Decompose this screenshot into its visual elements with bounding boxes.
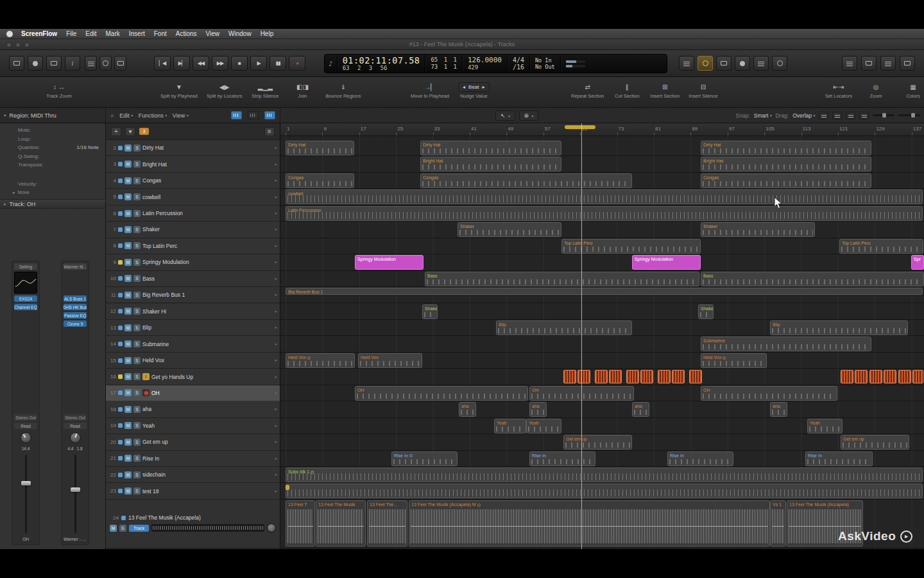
- region-rise-in[interactable]: Rise In: [391, 451, 458, 466]
- region-rise-in[interactable]: Rise In: [805, 451, 873, 466]
- solo-button[interactable]: S: [133, 259, 141, 266]
- region-13-feel-the[interactable]: 13 Feel The...: [367, 500, 407, 547]
- plugin-passive-eq[interactable]: Passive EQ: [64, 312, 87, 319]
- solo-button[interactable]: S: [133, 210, 141, 217]
- param-quantize[interactable]: Quantize:1/16 Note: [0, 143, 105, 152]
- solo-button[interactable]: S: [133, 406, 141, 413]
- track-header-17[interactable]: 17MSOH▸: [106, 385, 280, 401]
- region-audio-clip[interactable]: [689, 370, 702, 383]
- region-top-latin-perc[interactable]: Top Latin Perc: [561, 239, 701, 254]
- toolbar-track-zoom[interactable]: ↕ ↔Track Zoom: [45, 82, 73, 99]
- autopunch-button[interactable]: [716, 56, 732, 71]
- region-aha[interactable]: aha: [632, 402, 649, 417]
- region-dirty-hat[interactable]: Dirty Hat: [701, 141, 871, 155]
- collapse-tracks-button[interactable]: [248, 111, 259, 119]
- region-bass[interactable]: Bass: [425, 272, 699, 286]
- mute-button[interactable]: M: [124, 422, 132, 429]
- track-header-23[interactable]: 23MStest 18▸: [106, 483, 280, 499]
- region-latin-percussion[interactable]: Latin Percussion: [286, 206, 923, 221]
- playhead[interactable]: [581, 123, 582, 549]
- menu-insert[interactable]: Insert: [129, 30, 145, 37]
- track-header-21[interactable]: 21MSRise In▸: [106, 451, 280, 467]
- region-audio-clip[interactable]: [841, 370, 853, 383]
- solo-button[interactable]: S: [133, 144, 141, 152]
- param-loop[interactable]: Loop:: [0, 135, 105, 144]
- solo-button[interactable]: S: [133, 226, 141, 233]
- param-velocity[interactable]: Velocity:: [0, 180, 105, 189]
- track-header-4[interactable]: 4MSCongas▸: [106, 173, 280, 189]
- region-rise-in[interactable]: Rise In: [667, 451, 733, 466]
- track-header-10[interactable]: 10MSBass▸: [106, 271, 280, 287]
- more-disclosure[interactable]: ▸More: [0, 188, 105, 197]
- region-congas[interactable]: Congas: [286, 173, 354, 188]
- region-13-feel-the-musik[interactable]: 13 Feel The Musik: [316, 500, 366, 547]
- menu-font[interactable]: Font: [154, 30, 167, 37]
- region-13-feel-t[interactable]: 13 Feel T: [286, 500, 315, 547]
- mute-button[interactable]: M: [124, 144, 132, 152]
- toolbar-zoom[interactable]: ◎Zoom: [862, 82, 890, 99]
- region-blip[interactable]: Blip: [496, 320, 632, 335]
- scroll-link-button[interactable]: [832, 112, 842, 119]
- track-header-22[interactable]: 22MSsidechain▸: [106, 467, 280, 483]
- forward-button[interactable]: ▶▶: [212, 56, 228, 71]
- toolbar-bounce-regions[interactable]: ⇓Bounce Regions: [325, 82, 361, 99]
- vertical-auto-zoom-button[interactable]: [231, 111, 242, 119]
- vertical-zoom-slider[interactable]: [898, 114, 920, 116]
- region-bright-hat[interactable]: Bright Hat: [420, 157, 561, 171]
- region-audio-clip[interactable]: [286, 485, 289, 490]
- region-audio-clip[interactable]: [898, 370, 911, 383]
- stop-button[interactable]: ■: [231, 56, 248, 71]
- region-get-em-up[interactable]: Get em up: [841, 435, 909, 450]
- drag-menu[interactable]: Overlap▾: [792, 112, 815, 119]
- track-header-15[interactable]: 15MSHeld Vox▸: [106, 353, 280, 369]
- toolbar-colors[interactable]: ▦Colors: [899, 82, 924, 99]
- lcd-signature-section[interactable]: 4/4 /16: [507, 55, 529, 73]
- list-editors-button[interactable]: [861, 56, 877, 71]
- setting-button[interactable]: Setting: [14, 263, 37, 270]
- region-congas[interactable]: Congas: [701, 173, 871, 188]
- toolbar-repeat-section[interactable]: ⇄Repeat Section: [571, 82, 604, 99]
- mute-button[interactable]: M: [124, 275, 132, 282]
- setting-button[interactable]: Warmer M...: [64, 263, 87, 270]
- lcd-tempo-section[interactable]: 126.0000 429: [462, 55, 507, 73]
- auto-zoom-button[interactable]: [859, 112, 869, 119]
- track-header-18[interactable]: 18MSaha▸: [106, 401, 280, 417]
- region-aha[interactable]: aha: [529, 402, 547, 417]
- mute-button[interactable]: M: [124, 308, 132, 315]
- automation-button[interactable]: Read: [14, 423, 37, 429]
- region-inspector-header[interactable]: ▾ Region: MIDI Thru: [0, 108, 106, 123]
- solo-button[interactable]: S: [133, 471, 141, 478]
- pointer-tool-icon[interactable]: [85, 56, 97, 71]
- solo-mode-button[interactable]: [753, 56, 769, 71]
- plugin-dhs-hk-bus[interactable]: DHS HK Bus: [64, 304, 87, 310]
- toolbar-set-locators[interactable]: ⇤⇥Set Locators: [825, 82, 853, 99]
- region-yeah[interactable]: Yeah: [807, 419, 843, 434]
- lcd-locators-section[interactable]: 65 1 1 73 1 1: [425, 55, 462, 73]
- nudge-left-arrow[interactable]: ◂: [463, 84, 465, 90]
- mute-button[interactable]: M: [124, 439, 132, 446]
- track-header-7[interactable]: 7MSShaker▸: [106, 222, 280, 238]
- screen-record-icon[interactable]: [28, 56, 43, 71]
- region-yeah[interactable]: Yeah: [494, 419, 526, 434]
- region-rise-in[interactable]: Rise In: [529, 451, 595, 466]
- info-icon[interactable]: i: [65, 56, 80, 71]
- solo-button[interactable]: S: [133, 422, 141, 429]
- region-audio-clip[interactable]: [672, 370, 685, 383]
- region-held-vox[interactable]: Held Vox: [701, 353, 767, 368]
- track-header-2[interactable]: 2MSDirty Hat▸: [106, 140, 280, 156]
- region-audio-clip[interactable]: [658, 370, 671, 383]
- region-audio-clip[interactable]: [595, 370, 608, 383]
- play-button[interactable]: ▶: [250, 56, 267, 71]
- toolbar-move-to-playhead[interactable]: →▏Move to Playhead: [411, 82, 449, 99]
- region-shake[interactable]: Shake: [422, 304, 438, 319]
- replace-button[interactable]: [735, 56, 750, 71]
- track-disclosure-icon[interactable]: ▸: [4, 202, 6, 207]
- region-audio-clip[interactable]: [563, 370, 576, 383]
- track-header-3[interactable]: 3MSBright Hat▸: [106, 156, 280, 172]
- pause-button[interactable]: ▮▮: [270, 56, 286, 71]
- toolbar-toggle-button[interactable]: [842, 56, 857, 71]
- waveform-vertical-zoom-button[interactable]: [264, 111, 275, 119]
- solo-button[interactable]: S: [133, 357, 141, 364]
- notes-button[interactable]: [880, 56, 896, 71]
- track-header-16[interactable]: 16MSIGet yo Hands Up▸: [106, 369, 280, 385]
